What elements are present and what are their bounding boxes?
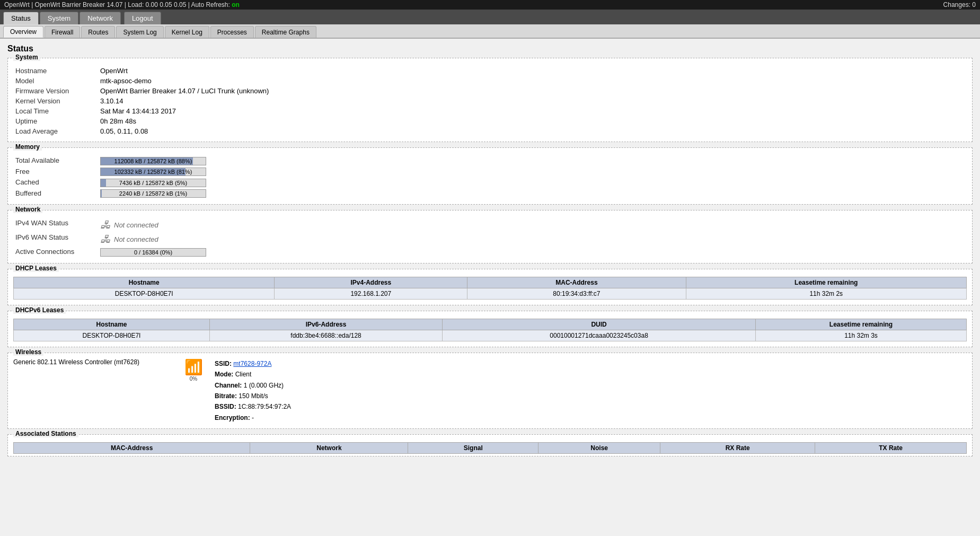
sub-nav-tab-processes[interactable]: Processes [210,26,254,38]
sub-nav-tab-syslog[interactable]: System Log [116,26,163,38]
mode-label: Mode: Client [215,371,251,378]
dhcp-table: Hostname IPv4-Address MAC-Address Leaset… [13,277,967,300]
total-avail-value: 112008 kB / 125872 kB (88%) [101,157,206,165]
main-nav-tab-status[interactable]: Status [3,12,39,24]
mode-value: Client [235,371,252,378]
active-conn-bar: 0 / 16384 (0%) [98,247,967,258]
assoc-col-network: Network [250,443,408,454]
changes-count: Changes: 0 [943,1,976,8]
table-row: IPv4 WAN Status 🖧 Not connected [13,218,967,232]
model-label: Model [13,76,98,86]
dhcp-section: DHCP Leases Hostname IPv4-Address MAC-Ad… [7,269,973,305]
system-section: System Hostname OpenWrt Model mtk-apsoc-… [7,58,973,142]
main-nav: Status System Network Logout [0,10,980,24]
table-row: IPv6 WAN Status 🖧 Not connected [13,232,967,247]
loadavg-label: Load Average [13,126,98,136]
table-row: Uptime 0h 28m 48s [13,116,967,126]
table-row: Model mtk-apsoc-demo [13,76,967,86]
ipv4-wan-value: 🖧 Not connected [98,218,967,232]
wireless-section-content: Generic 802.11 Wireless Controller (mt76… [8,353,972,428]
dhcpv6-row-hostname: DESKTOP-D8H0E7I [14,330,210,341]
channel-label: Channel: 1 (0.000 GHz) [215,382,284,389]
channel-value: 1 (0.000 GHz) [244,382,284,389]
dhcp-section-title: DHCP Leases [13,265,59,272]
table-row: Free 102332 kB / 125872 kB (81%) [13,166,967,178]
dhcpv6-section-content: Hostname IPv6-Address DUID Leasetime rem… [8,311,972,347]
ipv4-wan-status: 🖧 Not connected [100,219,965,231]
table-row: DESKTOP-D8H0E7I 192.168.1.207 80:19:34:d… [14,288,967,299]
dhcp-section-content: Hostname IPv4-Address MAC-Address Leaset… [8,269,972,305]
main-nav-tab-network[interactable]: Network [80,12,121,24]
dhcp-header-row: Hostname IPv4-Address MAC-Address Leaset… [14,277,967,288]
main-nav-tab-system[interactable]: System [40,12,78,24]
page-content: Status System Hostname OpenWrt Model mtk… [0,39,980,536]
wireless-device-name: Generic 802.11 Wireless Controller (mt76… [13,358,172,366]
dhcpv6-header-row: Hostname IPv6-Address DUID Leasetime rem… [14,319,967,330]
memory-section: Memory Total Available 112008 kB / 12587… [7,147,973,205]
network-section-content: IPv4 WAN Status 🖧 Not connected IPv6 WAN… [8,210,972,263]
buffered-label: Buffered [13,188,98,199]
system-section-content: Hostname OpenWrt Model mtk-apsoc-demo Fi… [8,58,972,142]
ipv6-wan-label: IPv6 WAN Status [13,232,98,247]
network-disconnect-icon-2: 🖧 [100,233,111,245]
buffered-bar: 2240 kB / 125872 kB (1%) [98,188,967,199]
free-label: Free [13,166,98,178]
cached-label: Cached [13,177,98,188]
dhcpv6-section: DHCPv6 Leases Hostname IPv6-Address DUID… [7,311,973,347]
system-info-table: Hostname OpenWrt Model mtk-apsoc-demo Fi… [13,66,967,136]
title-label: OpenWrt | OpenWrt Barrier Breaker 14.07 … [4,1,230,8]
free-bar: 102332 kB / 125872 kB (81%) [98,166,967,178]
dhcp-col-lease: Leasetime remaining [686,277,967,288]
dhcp-col-hostname: Hostname [14,277,275,288]
ipv6-wan-text: Not connected [114,235,158,243]
buffered-progress: 2240 kB / 125872 kB (1%) [100,189,206,198]
network-section-title: Network [13,206,42,213]
assoc-col-rxrate: RX Rate [660,443,815,454]
assoc-col-signal: Signal [408,443,538,454]
sub-nav-tab-realtime[interactable]: Realtime Graphs [255,26,316,38]
hostname-value: OpenWrt [98,66,967,76]
network-section: Network IPv4 WAN Status 🖧 Not connected … [7,210,973,263]
auto-refresh-status: on [232,1,240,8]
free-value: 102332 kB / 125872 kB (81%) [101,168,206,175]
kernel-value: 3.10.14 [98,96,967,106]
memory-section-title: Memory [13,143,42,151]
table-row: Kernel Version 3.10.14 [13,96,967,106]
wireless-signal-icon: 📶 [184,358,203,376]
buffered-value: 2240 kB / 125872 kB (1%) [101,190,206,197]
dhcpv6-row-ipv6: fddb:3be4:6688::eda/128 [210,330,443,341]
dhcpv6-col-lease: Leasetime remaining [756,319,967,330]
memory-section-content: Total Available 112008 kB / 125872 kB (8… [8,148,972,204]
dhcp-row-lease: 11h 32m 2s [686,288,967,299]
sub-nav-tab-overview[interactable]: Overview [3,26,43,38]
kernel-label: Kernel Version [13,96,98,106]
bssid-label: BSSID: 1C:88:79:54:97:2A [215,403,291,410]
ssid-link[interactable]: mt7628-972A [233,360,271,367]
network-info-table: IPv4 WAN Status 🖧 Not connected IPv6 WAN… [13,218,967,258]
table-row: Buffered 2240 kB / 125872 kB (1%) [13,188,967,199]
wireless-device-row: Generic 802.11 Wireless Controller (mt76… [13,358,967,423]
main-nav-tab-logout[interactable]: Logout [124,12,161,24]
dhcp-row-ipv4: 192.168.1.207 [275,288,467,299]
page-title: Status [7,44,973,54]
dhcpv6-row-lease: 11h 32m 3s [756,330,967,341]
cached-progress: 7436 kB / 125872 kB (5%) [100,179,206,187]
dhcp-row-mac: 80:19:34:d3:ff:c7 [467,288,686,299]
title-bar: OpenWrt | OpenWrt Barrier Breaker 14.07 … [0,0,980,10]
firmware-label: Firmware Version [13,86,98,96]
localtime-value: Sat Mar 4 13:44:13 2017 [98,106,967,116]
sub-nav-tab-kernellog[interactable]: Kernel Log [165,26,209,38]
free-progress: 102332 kB / 125872 kB (81%) [100,168,206,176]
dhcpv6-row-duid: 00010001271dcaaa0023245c03a8 [443,330,756,341]
wireless-signal-area: 📶 0% [183,358,204,382]
dhcpv6-col-hostname: Hostname [14,319,210,330]
hostname-label: Hostname [13,66,98,76]
network-disconnect-icon: 🖧 [100,219,111,231]
cached-value: 7436 kB / 125872 kB (5%) [101,179,206,187]
sub-nav-tab-routes[interactable]: Routes [81,26,115,38]
firmware-value: OpenWrt Barrier Breaker 14.07 / LuCI Tru… [98,86,967,96]
uptime-label: Uptime [13,116,98,126]
sub-nav-tab-firewall[interactable]: Firewall [45,26,80,38]
ipv4-wan-label: IPv4 WAN Status [13,218,98,232]
total-avail-progress: 112008 kB / 125872 kB (88%) [100,157,206,165]
